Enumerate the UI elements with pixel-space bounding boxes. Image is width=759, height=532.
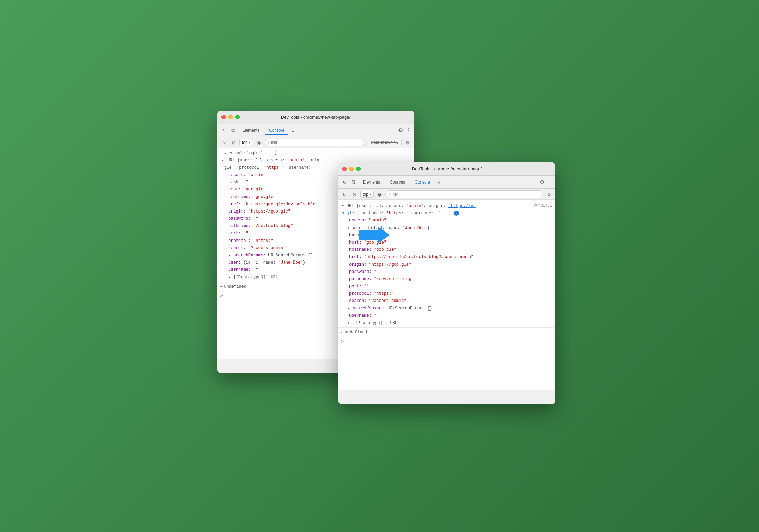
eye-icon-front[interactable]: ◉ (376, 190, 383, 198)
prop-access-front: access: "admin" (338, 217, 555, 224)
tab-more-front[interactable]: » (435, 179, 442, 185)
top-selector-front[interactable]: top ▾ (360, 191, 374, 198)
top-selector-back[interactable]: top ▾ (239, 139, 253, 146)
window-title-front: DevTools - chrome://new-tab-page/ (412, 166, 482, 171)
more-icon-back[interactable]: ⋮ (406, 127, 411, 134)
prop-origin-front: origin: "https://goo.gle" (338, 261, 555, 268)
expand-url-back[interactable]: ▾ (221, 158, 224, 164)
ban-icon-front[interactable]: ⊘ (351, 190, 358, 198)
prop-prototype-front[interactable]: ▸ [[Prototype]]: URL (338, 319, 555, 327)
top-label-back: top (242, 140, 248, 145)
devtools-window-front: DevTools - chrome://new-tab-page/ ↖ ⧉ El… (338, 162, 555, 404)
filter-input-front[interactable] (385, 190, 543, 198)
dropdown-arrow-front: ▾ (369, 193, 371, 196)
settings-icon-front[interactable]: ⚙ (540, 179, 544, 185)
tab-more-back[interactable]: » (290, 128, 297, 133)
prop-search-front: search: "?access=admin" (338, 297, 555, 305)
cursor-icon-back[interactable]: ↖ (220, 127, 228, 134)
traffic-lights-front (342, 167, 361, 171)
minimize-button-back[interactable] (228, 115, 233, 119)
tab-elements-front[interactable]: Elements (359, 178, 384, 186)
settings-icon-console-back[interactable]: ⚙ (404, 139, 411, 146)
default-levels-back[interactable]: Default levels ▾ (368, 139, 402, 146)
tab-console-front[interactable]: Console (411, 178, 434, 186)
maximize-button-back[interactable] (235, 115, 240, 119)
url-label-back: URL {user: {…}, access: (227, 158, 287, 163)
prop-username-front: username: "" (338, 312, 555, 319)
tabs-bar-front: ↖ ⧉ Elements Sources Console » ⚙ ⋮ (338, 176, 555, 189)
tabs-bar-back: ↖ ⧉ Elements Console » ⚙ ⋮ (217, 124, 414, 137)
eye-icon-back[interactable]: ◉ (255, 139, 263, 146)
console-toolbar-front: ▷ ⊘ top ▾ ◉ ⚙ (338, 189, 555, 200)
layers-icon-front[interactable]: ⧉ (350, 178, 357, 186)
prop-pathname-front: pathname: "/devtools-blog" (338, 276, 555, 283)
close-button-back[interactable] (221, 115, 226, 119)
filter-input-back[interactable] (265, 139, 364, 146)
undefined-text-front: ← undefined (338, 328, 555, 336)
tab-sources-front[interactable]: Sources (386, 178, 409, 186)
svg-marker-0 (359, 226, 390, 244)
prop-href-front: href: "https://goo.gle/devtools-blog?acc… (338, 254, 555, 261)
title-bar-back: DevTools - chrome://new-tab-page/ (217, 111, 414, 124)
close-button-front[interactable] (342, 167, 347, 171)
truncated-line-back: ▸ console.log(url, ...) (217, 150, 414, 157)
top-label-front: top (363, 192, 368, 197)
prop-password-front: password: "" (338, 268, 555, 276)
right-arrow (359, 225, 390, 245)
window-title-back: DevTools - chrome://new-tab-page/ (281, 115, 351, 120)
console-prompt-front[interactable]: > (338, 336, 555, 347)
title-bar-front: DevTools - chrome://new-tab-page/ (338, 162, 555, 176)
dropdown-arrow-back: ▾ (249, 141, 250, 144)
prop-hostname-front: hostname: "goo.gle" (338, 246, 555, 254)
arrow-container (359, 225, 390, 247)
tab-elements-back[interactable]: Elements (238, 126, 264, 135)
prop-protocol-front: protocol: "https:" (338, 290, 555, 297)
info-icon-front[interactable]: i (454, 211, 459, 216)
play-icon-back[interactable]: ▷ (220, 139, 228, 146)
more-icon-front[interactable]: ⋮ (547, 179, 553, 185)
prop-searchparams-front[interactable]: ▸ searchParams: URLSearchParams {} (338, 305, 555, 312)
divider-front (338, 327, 555, 328)
tab-console-back[interactable]: Console (265, 126, 288, 135)
play-icon-front[interactable]: ▷ (341, 190, 348, 198)
maximize-button-front[interactable] (356, 167, 361, 171)
traffic-lights-back (221, 115, 240, 119)
url-object-front-line2: o.gle', protocol: 'https:', username: ''… (338, 210, 555, 217)
settings-icon-back[interactable]: ⚙ (398, 127, 403, 134)
prop-port-front: port: "" (338, 283, 555, 290)
layers-icon-back[interactable]: ⧉ (229, 127, 237, 134)
minimize-button-front[interactable] (349, 167, 354, 171)
ban-icon-back[interactable]: ⊘ (230, 139, 237, 146)
url-object-front[interactable]: ▾ URL {user: {…}, access: 'admin', origi… (338, 203, 555, 210)
settings-icon-console-front[interactable]: ⚙ (545, 190, 553, 198)
console-toolbar-top-back: ▷ ⊘ top ▾ ◉ Default levels ▾ ⚙ (217, 137, 414, 148)
cursor-icon-front[interactable]: ↖ (341, 178, 348, 186)
